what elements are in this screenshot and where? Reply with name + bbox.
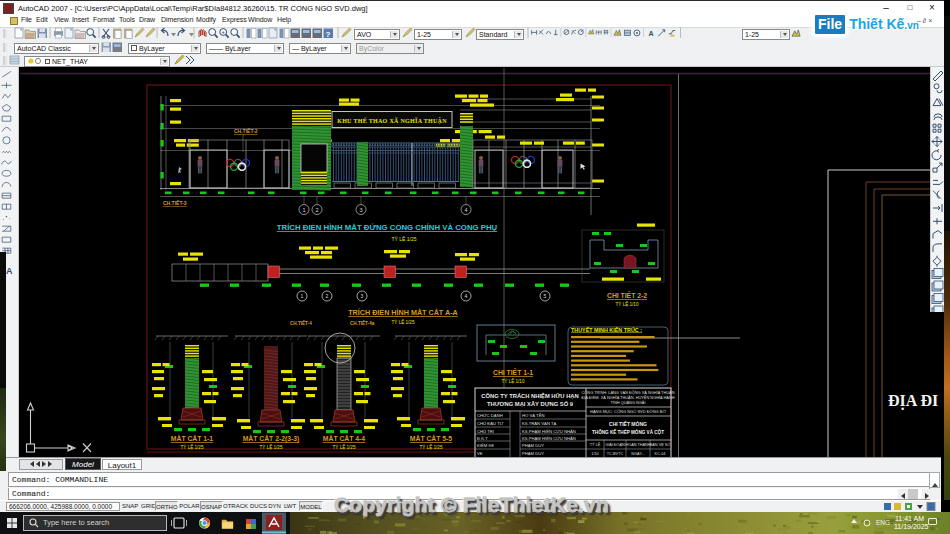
svg-text:TRÍCH ĐIỂN HÌNH MẰT ĐỨNG CỔNG: TRÍCH ĐIỂN HÌNH MẰT ĐỨNG CỔNG CHÍNH VÀ C… (277, 223, 498, 232)
svg-text:Đ.K.T: Đ.K.T (477, 436, 488, 441)
svg-text:KIỂM KE: KIỂM KE (477, 443, 494, 448)
svg-text:1: 1 (301, 293, 304, 299)
svg-text:TRÍCH ĐIỂN HÌNH MẰT CẮT A-A: TRÍCH ĐIỂN HÌNH MẰT CẮT A-A (348, 308, 458, 317)
svg-text:PHẠM DUY: PHẠM DUY (522, 443, 544, 448)
svg-text:THỐNG KÊ THÉP MÓNG VÀ CỘT: THỐNG KÊ THÉP MÓNG VÀ CỘT (592, 428, 664, 435)
svg-text:A: A (6, 266, 13, 276)
svg-text:MẰT CẮT 2-2(3-3): MẰT CẮT 2-2(3-3) (243, 434, 300, 443)
svg-text:TỶ LỆ 1/25: TỶ LỆ 1/25 (333, 443, 356, 450)
svg-text:TỶ LỆ 1/25: TỶ LỆ 1/25 (181, 443, 204, 450)
svg-text:THUYẾT MINH KIẾN TRÚC :: THUYẾT MINH KIẾN TRÚC : (571, 327, 642, 333)
svg-text:TỶ LỆ 1/25: TỶ LỆ 1/25 (420, 443, 443, 450)
svg-text:+: + (222, 29, 225, 35)
svg-text:TỶ LỆ 1/10: TỶ LỆ 1/10 (616, 300, 639, 307)
svg-text:CHI TIẾT 1-1: CHI TIẾT 1-1 (493, 367, 533, 376)
svg-text:A: A (648, 29, 653, 38)
svg-text:HẠNG MỤC: CỔNG NGÕ SVD ĐỒNG BỜ: HẠNG MỤC: CỔNG NGÕ SVD ĐỒNG BỜ (590, 409, 666, 414)
svg-text:MẰT CẮT 1-1: MẰT CẮT 1-1 (171, 434, 214, 442)
svg-text:PHẠM DUY: PHẠM DUY (522, 451, 544, 456)
svg-text:TỶ LỆ 1/25: TỶ LỆ 1/25 (260, 443, 283, 450)
svg-text:TC-BVTC: TC-BVTC (607, 452, 624, 456)
svg-text:HOÀN THÀNH: HOÀN THÀNH (625, 443, 650, 447)
svg-text:CHỦ TRÌ: CHỦ TRÌ (477, 429, 494, 434)
svg-text:?: ? (326, 30, 331, 39)
svg-text:2: 2 (326, 293, 329, 299)
svg-text:CHỦ ĐẦU TƯ: CHỦ ĐẦU TƯ (477, 421, 504, 426)
svg-text:4: 4 (465, 293, 468, 299)
svg-text:HO VÀ TÊN: HO VÀ TÊN (522, 413, 545, 418)
svg-text:MẰT CẮT 4-4: MẰT CẮT 4-4 (323, 434, 366, 442)
svg-text:CH.TIẾT-4a: CH.TIẾT-4a (350, 320, 375, 326)
svg-text:4: 4 (464, 207, 467, 213)
svg-text:CHỨC DANH: CHỨC DANH (477, 413, 503, 418)
svg-text:ĐỊA ĐI: ĐỊA ĐI (888, 392, 938, 410)
svg-text:1: 1 (302, 207, 305, 213)
svg-text:2: 2 (315, 207, 318, 213)
svg-text:MẰT CẮT 5-5: MẰT CẮT 5-5 (410, 434, 453, 442)
svg-text:TỈNH QUẢNG NGÃI: TỈNH QUẢNG NGÃI (610, 400, 645, 405)
svg-text:CHI TIẾT MÓNG: CHI TIẾT MÓNG (609, 420, 647, 427)
svg-text:KHU THỂ THAO XÃ NGHĨA THUẬN: KHU THỂ THAO XÃ NGHĨA THUẬN (337, 117, 447, 124)
svg-text:VE: VE (477, 451, 483, 456)
svg-text:CH.TIẾT-4: CH.TIẾT-4 (290, 320, 312, 326)
svg-text:KS.PHẠM HIỂN CỨU NHÂN: KS.PHẠM HIỂN CỨU NHÂN (522, 436, 576, 441)
svg-text:TỶ LỆ 1/10: TỶ LỆ 1/10 (502, 377, 525, 384)
svg-text:KC-04: KC-04 (655, 452, 666, 456)
svg-text:CH.TIẾT-3: CH.TIẾT-3 (163, 200, 187, 206)
svg-text:3: 3 (359, 207, 362, 213)
svg-text:GIAI ĐOẠN: GIAI ĐOẠN (605, 443, 625, 447)
svg-text:THƯƠNG MẠI XÂY DỰNG SỐ 9: THƯƠNG MẠI XÂY DỰNG SỐ 9 (487, 401, 574, 407)
svg-text:TỶ LỆ 1/25: TỶ LỆ 1/25 (392, 318, 415, 325)
svg-text:1/10: 1/10 (591, 452, 598, 456)
svg-text:TỶ LỆ: TỶ LỆ (590, 442, 601, 447)
svg-text:CH.TIẾT-2: CH.TIẾT-2 (234, 128, 258, 134)
svg-text:3: 3 (361, 293, 364, 299)
svg-text:TỶ LỆ 1/25: TỶ LỆ 1/25 (391, 235, 416, 242)
svg-text:CHI TIẾT 2-2: CHI TIẾT 2-2 (607, 290, 647, 299)
svg-text:5: 5 (544, 293, 547, 299)
svg-text:CÔNG TY TRÁCH NHIỆM HỮU HẠN: CÔNG TY TRÁCH NHIỆM HỮU HẠN (481, 392, 578, 399)
svg-text:BẢN VẸ SỐ: BẢN VẸ SỐ (650, 442, 671, 447)
svg-text:NGÀY...: NGÀY... (631, 452, 644, 456)
svg-text:KS.PHẠM HIỂN CỨU NHÂN: KS.PHẠM HIỂN CỨU NHÂN (522, 429, 576, 434)
svg-text:KS.TRẦN VĂN TẶ: KS.TRẦN VĂN TẶ (522, 421, 557, 426)
